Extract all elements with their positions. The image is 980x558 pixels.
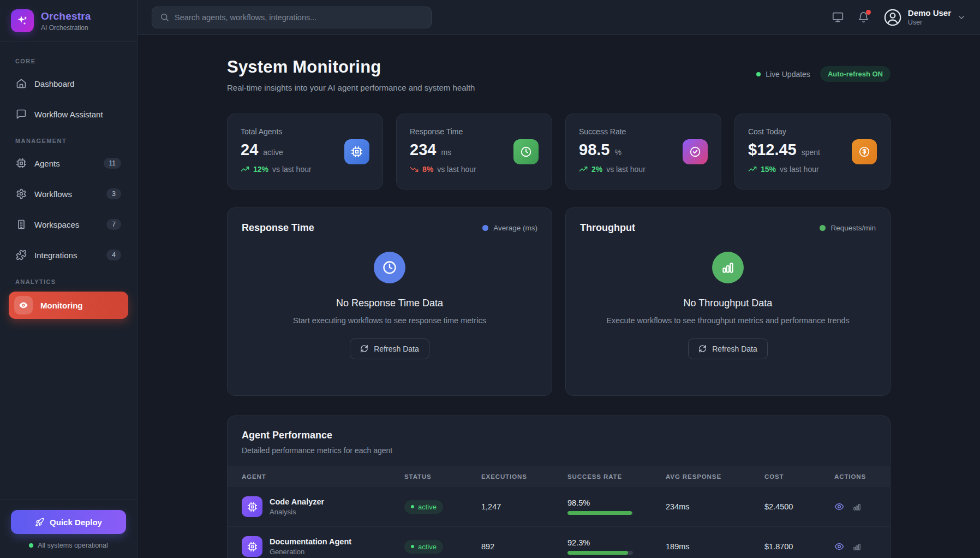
sidebar-item-dashboard[interactable]: Dashboard: [9, 71, 128, 96]
stat-unit: spent: [802, 148, 820, 157]
refresh-icon: [698, 345, 707, 353]
quick-deploy-button[interactable]: Quick Deploy: [11, 510, 126, 534]
workspaces-count-badge: 7: [106, 219, 121, 230]
view-agent-icon[interactable]: [834, 542, 844, 551]
dollar-icon: [852, 139, 877, 164]
cpu-icon: [16, 158, 27, 169]
status-dot-icon: [29, 543, 33, 548]
rocket-icon: [35, 518, 44, 527]
agent-name: Documentation Agent: [270, 537, 351, 546]
brand-tagline: AI Orchestration: [41, 24, 91, 32]
stat-label: Total Agents: [241, 127, 312, 136]
agent-performance-panel: Agent Performance Detailed performance m…: [227, 415, 891, 558]
empty-description: Start executing workflows to see respons…: [293, 316, 486, 325]
agents-count-badge: 11: [104, 158, 121, 169]
page-title: System Monitoring: [227, 57, 475, 77]
stat-label: Success Rate: [579, 127, 646, 136]
executions-value: 892: [481, 542, 567, 551]
empty-title: No Throughput Data: [684, 298, 773, 309]
col-agent: Agent: [242, 473, 404, 480]
success-rate-value: 92.3%: [567, 538, 666, 547]
status-badge: active: [404, 540, 443, 554]
table-row: Documentation Agent Generation active 89…: [228, 527, 890, 558]
nav-section-core: Core: [15, 58, 128, 64]
nav-section-analytics: Analytics: [15, 278, 128, 285]
system-status: All systems operational: [11, 542, 126, 549]
search-box[interactable]: [152, 7, 432, 28]
check-circle-icon: [683, 139, 708, 164]
content: System Monitoring Real-time insights int…: [138, 35, 980, 558]
agent-stats-icon[interactable]: [852, 502, 862, 512]
refresh-data-button[interactable]: Refresh Data: [350, 339, 429, 359]
nav-label: Dashboard: [34, 79, 74, 88]
auto-refresh-badge[interactable]: Auto-refresh ON: [820, 66, 891, 82]
empty-title: No Response Time Data: [336, 298, 443, 309]
gear-icon: [16, 188, 27, 199]
puzzle-icon: [16, 250, 27, 260]
brand-name: Orchestra: [41, 10, 91, 22]
agent-cpu-icon: [242, 536, 262, 557]
stat-card-success-rate: Success Rate 98.5 % 2% vs last hour: [565, 114, 721, 189]
bell-icon[interactable]: [858, 11, 869, 23]
clock-icon: [513, 139, 539, 164]
table-header-row: Agent Status Executions Success Rate Avg…: [228, 466, 890, 487]
user-name: Demo User: [908, 8, 951, 17]
table-subtitle: Detailed performance metrics for each ag…: [242, 446, 876, 455]
stat-card-response-time: Response Time 234 ms 8% vs last hour: [396, 114, 552, 189]
stat-cards: Total Agents 24 active 12% vs last hour: [227, 114, 891, 189]
stat-trend: 15% vs last hour: [748, 165, 820, 174]
nav-label: Agents: [34, 159, 60, 168]
stat-unit: ms: [441, 148, 451, 157]
agent-stats-icon[interactable]: [852, 542, 862, 551]
executions-value: 1,247: [481, 502, 567, 511]
integrations-count-badge: 4: [106, 250, 121, 260]
trend-up-icon: [241, 165, 249, 174]
empty-description: Execute workflows to see throughput metr…: [606, 316, 850, 325]
sidebar-footer: Quick Deploy All systems operational: [0, 500, 137, 558]
refresh-icon: [360, 345, 368, 353]
user-menu[interactable]: Demo User User: [883, 8, 966, 27]
search-icon: [160, 13, 169, 22]
workflows-count-badge: 3: [106, 188, 121, 199]
avatar: [883, 8, 902, 27]
refresh-data-button[interactable]: Refresh Data: [688, 339, 767, 359]
trend-up-icon: [579, 165, 588, 174]
sidebar-item-workflows[interactable]: Workflows 3: [9, 181, 128, 206]
sidebar-item-monitoring[interactable]: Monitoring: [9, 292, 128, 319]
success-rate-bar: [567, 511, 633, 515]
sidebar-item-agents[interactable]: Agents 11: [9, 151, 128, 176]
sidebar-item-integrations[interactable]: Integrations 4: [9, 242, 128, 268]
bar-chart-icon: [712, 252, 744, 283]
nav-section-management: Management: [15, 138, 128, 144]
stat-trend: 2% vs last hour: [579, 165, 646, 174]
col-status: Status: [404, 473, 481, 480]
agent-name: Code Analyzer: [270, 497, 324, 506]
chevron-down-icon: [957, 13, 966, 22]
stat-value: 234: [410, 141, 436, 159]
stat-card-total-agents: Total Agents 24 active 12% vs last hour: [227, 114, 383, 189]
nav-label: Workflows: [34, 189, 72, 199]
live-updates-label: Live Updates: [766, 70, 810, 79]
eye-icon: [14, 296, 33, 314]
col-success-rate: Success Rate: [567, 473, 666, 480]
sidebar-item-workflow-assistant[interactable]: Workflow Assistant: [9, 102, 128, 127]
throughput-panel: Throughput Requests/min No Throughput Da…: [565, 207, 891, 396]
monitor-icon[interactable]: [832, 11, 844, 23]
view-agent-icon[interactable]: [834, 502, 844, 512]
live-updates-indicator: Live Updates: [756, 70, 810, 79]
user-role: User: [908, 19, 951, 26]
stat-trend: 8% vs last hour: [410, 165, 476, 174]
topbar: Demo User User: [138, 0, 980, 35]
search-input[interactable]: [175, 13, 423, 22]
sparkles-icon: [16, 14, 29, 27]
notification-badge: [866, 10, 871, 15]
system-status-text: All systems operational: [38, 542, 108, 549]
status-dot-icon: [411, 545, 414, 548]
status-dot-icon: [411, 505, 414, 508]
sidebar-item-workspaces[interactable]: Workspaces 7: [9, 212, 128, 237]
orchestra-logo: [11, 9, 34, 32]
cost-value: $2.4500: [764, 502, 834, 511]
quick-deploy-label: Quick Deploy: [50, 518, 102, 527]
clock-icon: [374, 252, 405, 283]
col-actions: Actions: [834, 473, 876, 480]
